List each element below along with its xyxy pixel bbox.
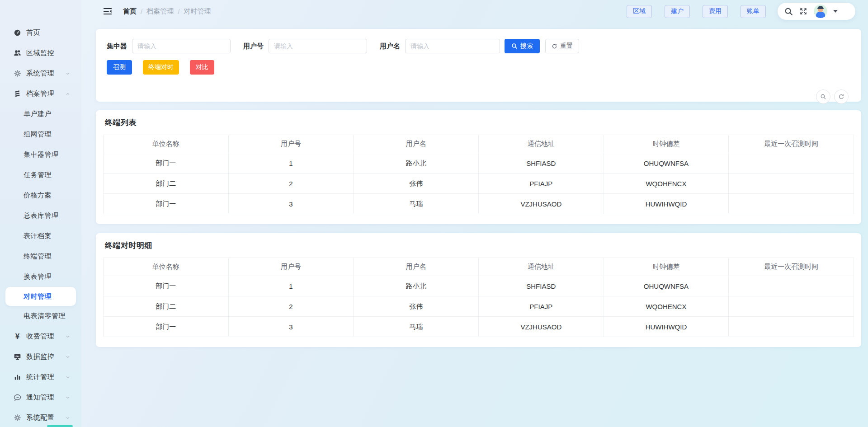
sidebar-subitem-time-sync-active[interactable]: 对时管理 bbox=[5, 287, 76, 306]
sidebar-item-label: 系统配置 bbox=[26, 413, 54, 422]
search-toggle-icon[interactable] bbox=[816, 89, 830, 104]
cell bbox=[729, 296, 854, 317]
column-header: 通信地址 bbox=[478, 135, 604, 153]
table-row[interactable]: 部门一 3 马瑞 VZJHUSAOD HUWIHWQID bbox=[104, 317, 854, 337]
fee-button[interactable]: 费用 bbox=[703, 5, 728, 18]
field-label: 集中器 bbox=[107, 42, 127, 51]
sidebar-item-statistics[interactable]: 统计管理 bbox=[0, 367, 81, 387]
create-account-button[interactable]: 建户 bbox=[665, 5, 690, 18]
breadcrumb-home[interactable]: 首页 bbox=[123, 7, 137, 16]
user-avatar[interactable] bbox=[814, 5, 827, 18]
caret-down-icon[interactable] bbox=[833, 10, 838, 13]
column-header: 用户号 bbox=[228, 258, 354, 276]
chevron-up-icon bbox=[65, 91, 71, 97]
cell bbox=[729, 194, 854, 214]
panel-tools bbox=[816, 89, 849, 104]
cell: 部门一 bbox=[104, 194, 229, 214]
comment-icon bbox=[14, 394, 21, 401]
cell: WQOHENCX bbox=[604, 174, 729, 194]
sidebar-subitem-meter-archive[interactable]: 表计档案 bbox=[0, 226, 81, 246]
column-header: 时钟偏差 bbox=[604, 135, 729, 153]
column-header: 最近一次召测时间 bbox=[729, 258, 854, 276]
search-button-label: 搜索 bbox=[520, 42, 533, 50]
breadcrumb-current: 对时管理 bbox=[184, 7, 211, 16]
sidebar-subitem-task[interactable]: 任务管理 bbox=[0, 165, 81, 185]
chevron-down-icon bbox=[65, 375, 71, 380]
chevron-down-icon bbox=[65, 395, 71, 400]
bill-button[interactable]: 账单 bbox=[741, 5, 766, 18]
sidebar-item-home[interactable]: 首页 bbox=[0, 23, 81, 43]
filter-group-user-name: 用户名 bbox=[380, 39, 500, 53]
cell: 路小北 bbox=[354, 276, 479, 296]
fullscreen-icon[interactable] bbox=[799, 7, 808, 16]
sidebar-item-data-monitor[interactable]: 数据监控 bbox=[0, 347, 81, 367]
sidebar-item-label: 收费管理 bbox=[26, 332, 54, 341]
cell: 马瑞 bbox=[354, 317, 479, 337]
yen-icon: ¥ bbox=[14, 333, 21, 340]
table-row[interactable]: 部门二 2 张伟 PFIAJP WQOHENCX bbox=[104, 174, 854, 194]
sidebar-item-archive-management[interactable]: 档案管理 bbox=[0, 84, 81, 104]
sidebar-subitem-price-plan[interactable]: 价格方案 bbox=[0, 185, 81, 206]
chevron-down-icon bbox=[65, 334, 71, 339]
sidebar-subitem-meter-replace[interactable]: 换表管理 bbox=[0, 267, 81, 287]
cell: HUWIHWQID bbox=[604, 194, 729, 214]
concentrator-input[interactable] bbox=[132, 39, 231, 53]
sidebar-subitem-network[interactable]: 组网管理 bbox=[0, 124, 81, 145]
user-name-input[interactable] bbox=[405, 39, 500, 53]
user-number-input[interactable] bbox=[269, 39, 367, 53]
column-header: 单位名称 bbox=[104, 258, 229, 276]
sidebar-item-system-management[interactable]: 系统管理 bbox=[0, 63, 81, 84]
cell: 3 bbox=[228, 317, 354, 337]
field-label: 用户号 bbox=[243, 42, 264, 51]
filter-group-concentrator: 集中器 bbox=[107, 39, 231, 53]
cell: 路小北 bbox=[354, 153, 479, 174]
sidebar-scrollbar-thumb[interactable] bbox=[47, 425, 73, 427]
sidebar-subitem-terminal[interactable]: 终端管理 bbox=[0, 246, 81, 267]
time-sync-detail-card: 终端对时明细 单位名称 用户号 用户名 通信地址 时钟偏差 最近一次召测时间 部… bbox=[96, 233, 861, 347]
table-row[interactable]: 部门一 1 路小北 SHFIASD OHUQWNFSA bbox=[104, 153, 854, 174]
gear-icon bbox=[14, 70, 21, 77]
sidebar-subitem-meter-reset[interactable]: 电表清零管理 bbox=[0, 306, 81, 326]
cell bbox=[729, 174, 854, 194]
gear-icon bbox=[14, 414, 21, 422]
cell: 部门一 bbox=[104, 276, 229, 296]
cell: SHFIASD bbox=[478, 153, 604, 174]
region-button[interactable]: 区域 bbox=[627, 5, 652, 18]
sidebar-item-region-monitor[interactable]: 区域监控 bbox=[0, 43, 81, 63]
terminal-time-sync-button[interactable]: 终端对时 bbox=[143, 60, 179, 75]
table-row[interactable]: 部门二 2 张伟 PFIAJP WQOHENCX bbox=[104, 296, 854, 317]
cell: OHUQWNFSA bbox=[604, 153, 729, 174]
sidebar-item-notification[interactable]: 通知管理 bbox=[0, 387, 81, 408]
monitor-icon bbox=[14, 353, 21, 361]
cell: 部门一 bbox=[104, 153, 229, 174]
table-row[interactable]: 部门一 1 路小北 SHFIASD OHUQWNFSA bbox=[104, 276, 854, 296]
cell: 2 bbox=[228, 296, 354, 317]
sidebar-item-label: 首页 bbox=[26, 28, 40, 37]
sidebar-item-label: 系统管理 bbox=[26, 69, 54, 78]
breadcrumb-separator: / bbox=[178, 8, 179, 15]
search-button[interactable]: 搜索 bbox=[505, 39, 540, 53]
chevron-down-icon bbox=[65, 71, 71, 76]
column-header: 时钟偏差 bbox=[604, 258, 729, 276]
sidebar-subitem-concentrator[interactable]: 集中器管理 bbox=[0, 145, 81, 165]
header-right: 区域 建户 费用 账单 bbox=[614, 3, 868, 20]
refresh-icon[interactable] bbox=[834, 89, 849, 104]
call-test-button[interactable]: 召测 bbox=[107, 60, 132, 75]
sidebar-subitem-master-meter[interactable]: 总表库管理 bbox=[0, 206, 81, 226]
cell: PFIAJP bbox=[478, 296, 604, 317]
menu-fold-icon[interactable] bbox=[103, 7, 112, 16]
search-icon[interactable] bbox=[784, 7, 793, 16]
table-row[interactable]: 部门一 3 马瑞 VZJHUSAOD HUWIHWQID bbox=[104, 194, 854, 214]
column-header: 通信地址 bbox=[478, 258, 604, 276]
dashboard-icon bbox=[14, 29, 21, 37]
reset-button[interactable]: 重置 bbox=[545, 39, 579, 53]
cell: HUWIHWQID bbox=[604, 317, 729, 337]
cell: 部门二 bbox=[104, 174, 229, 194]
sidebar-subitem-single-account[interactable]: 单户建户 bbox=[0, 104, 81, 124]
cell: OHUQWNFSA bbox=[604, 276, 729, 296]
sidebar-item-system-config[interactable]: 系统配置 bbox=[0, 408, 81, 427]
sidebar-item-billing[interactable]: ¥ 收费管理 bbox=[0, 326, 81, 347]
compare-button[interactable]: 对比 bbox=[190, 60, 214, 75]
chevron-down-icon bbox=[65, 415, 71, 421]
column-header: 单位名称 bbox=[104, 135, 229, 153]
